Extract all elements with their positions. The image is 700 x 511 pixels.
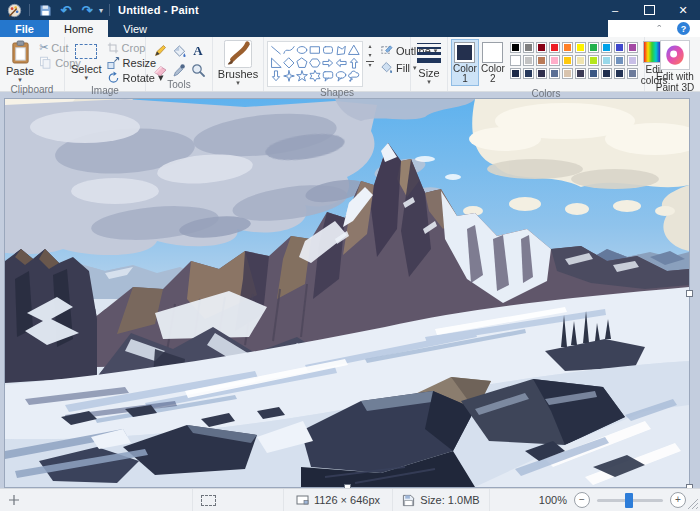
- eraser-icon: [153, 63, 167, 77]
- title-bar: ↶ ↷ ▾ Untitled - Paint – ✕: [0, 0, 700, 20]
- shape-rounded-callout[interactable]: [322, 70, 334, 82]
- palette-swatch-r1c1[interactable]: [510, 42, 521, 53]
- shapes-more-icon[interactable]: ▾: [366, 61, 374, 68]
- palette-swatch-r2c9[interactable]: [614, 55, 625, 66]
- palette-swatch-r3c3[interactable]: [536, 68, 547, 79]
- palette-swatch-r3c5[interactable]: [562, 68, 573, 79]
- size-caret-icon: ▾: [427, 79, 431, 85]
- palette-swatch-r1c4[interactable]: [549, 42, 560, 53]
- paint-app-icon[interactable]: [5, 1, 23, 19]
- minimize-button[interactable]: –: [598, 0, 632, 20]
- redo-button[interactable]: ↷: [78, 1, 96, 19]
- shape-hexagon[interactable]: [309, 57, 321, 69]
- shape-curve[interactable]: [283, 44, 295, 56]
- shape-left-arrow[interactable]: [335, 57, 347, 69]
- collapse-ribbon-icon[interactable]: ⌃: [655, 25, 663, 32]
- palette-swatch-r3c8[interactable]: [601, 68, 612, 79]
- palette-swatch-r2c4[interactable]: [549, 55, 560, 66]
- palette-swatch-r1c8[interactable]: [601, 42, 612, 53]
- fill-tool[interactable]: [170, 41, 189, 60]
- maximize-button[interactable]: [632, 0, 666, 20]
- palette-swatch-r1c2[interactable]: [523, 42, 534, 53]
- shape-triangle[interactable]: [348, 44, 360, 56]
- magnifier-tool[interactable]: [189, 60, 208, 79]
- shape-oval-callout[interactable]: [335, 70, 347, 82]
- text-tool[interactable]: A: [189, 41, 208, 60]
- help-button[interactable]: ?: [677, 22, 690, 35]
- paste-button[interactable]: Paste ▾: [3, 39, 37, 84]
- rotate-icon: [107, 71, 120, 84]
- shape-five-point-star[interactable]: [296, 70, 308, 82]
- shape-up-arrow[interactable]: [348, 57, 360, 69]
- palette-swatch-r1c7[interactable]: [588, 42, 599, 53]
- select-button[interactable]: Select ▾: [68, 39, 105, 82]
- zoom-out-button[interactable]: −: [574, 492, 590, 508]
- qat-customize-caret-icon[interactable]: ▾: [99, 6, 103, 15]
- shape-down-arrow[interactable]: [270, 70, 282, 82]
- shape-rectangle[interactable]: [309, 44, 321, 56]
- shape-right-arrow[interactable]: [322, 57, 334, 69]
- color-palette: [510, 42, 639, 80]
- tab-home[interactable]: Home: [49, 20, 108, 37]
- shape-diamond[interactable]: [283, 57, 295, 69]
- qat-separator: [109, 4, 110, 16]
- window-controls: – ✕: [598, 0, 700, 20]
- shape-six-point-star[interactable]: [309, 70, 321, 82]
- palette-swatch-r2c5[interactable]: [562, 55, 573, 66]
- zoom-slider[interactable]: [597, 499, 663, 502]
- shape-pentagon[interactable]: [296, 57, 308, 69]
- canvas-resize-handle-right[interactable]: [686, 290, 693, 297]
- palette-swatch-r3c2[interactable]: [523, 68, 534, 79]
- palette-swatch-r2c6[interactable]: [575, 55, 586, 66]
- color2-button[interactable]: Color 2: [479, 39, 507, 86]
- tools-group: A: [146, 37, 213, 91]
- shape-line[interactable]: [270, 44, 282, 56]
- palette-swatch-r1c5[interactable]: [562, 42, 573, 53]
- canvas[interactable]: [5, 99, 689, 487]
- palette-swatch-r3c9[interactable]: [614, 68, 625, 79]
- palette-swatch-r2c1[interactable]: [510, 55, 521, 66]
- shape-polygon[interactable]: [335, 44, 347, 56]
- shapes-scroll-down-icon[interactable]: ▾: [366, 52, 374, 58]
- palette-swatch-r1c9[interactable]: [614, 42, 625, 53]
- shape-rounded-rectangle[interactable]: [322, 44, 334, 56]
- palette-swatch-r1c6[interactable]: [575, 42, 586, 53]
- palette-swatch-r3c10[interactable]: [627, 68, 638, 79]
- palette-swatch-r2c8[interactable]: [601, 55, 612, 66]
- paint3d-button[interactable]: Edit with Paint 3D: [646, 39, 700, 94]
- palette-swatch-r3c1[interactable]: [510, 68, 521, 79]
- zoom-in-icon: +: [675, 495, 681, 505]
- tab-view[interactable]: View: [108, 20, 162, 37]
- palette-swatch-r2c7[interactable]: [588, 55, 599, 66]
- palette-swatch-r2c10[interactable]: [627, 55, 638, 66]
- close-button[interactable]: ✕: [666, 0, 700, 20]
- eyedropper-icon: [172, 63, 186, 77]
- shape-cloud-callout[interactable]: [348, 70, 360, 82]
- crop-icon: [107, 42, 119, 54]
- zoom-in-button[interactable]: +: [670, 492, 686, 508]
- shape-right-triangle[interactable]: [270, 57, 282, 69]
- pencil-tool[interactable]: [151, 41, 170, 60]
- tab-file[interactable]: File: [0, 20, 49, 37]
- shape-oval[interactable]: [296, 44, 308, 56]
- size-button[interactable]: Size ▾: [414, 39, 444, 86]
- eraser-tool[interactable]: [151, 60, 170, 79]
- resize-icon: [107, 56, 120, 69]
- shapes-group: ▴ ▾ ▾ Outline ▾: [264, 37, 411, 91]
- palette-swatch-r3c4[interactable]: [549, 68, 560, 79]
- palette-swatch-r2c2[interactable]: [523, 55, 534, 66]
- save-button[interactable]: [36, 1, 54, 19]
- palette-swatch-r1c3[interactable]: [536, 42, 547, 53]
- zoom-slider-thumb[interactable]: [625, 493, 633, 508]
- palette-swatch-r3c6[interactable]: [575, 68, 586, 79]
- eyedropper-tool[interactable]: [170, 60, 189, 79]
- palette-swatch-r2c3[interactable]: [536, 55, 547, 66]
- color1-button[interactable]: Color 1: [451, 39, 479, 86]
- shapes-scroll-up-icon[interactable]: ▴: [366, 43, 374, 49]
- palette-swatch-r1c10[interactable]: [627, 42, 638, 53]
- window-resize-grip[interactable]: [687, 498, 699, 510]
- undo-button[interactable]: ↶: [57, 1, 75, 19]
- palette-swatch-r3c7[interactable]: [588, 68, 599, 79]
- shape-four-point-star[interactable]: [283, 70, 295, 82]
- brushes-button[interactable]: Brushes ▾: [215, 39, 261, 87]
